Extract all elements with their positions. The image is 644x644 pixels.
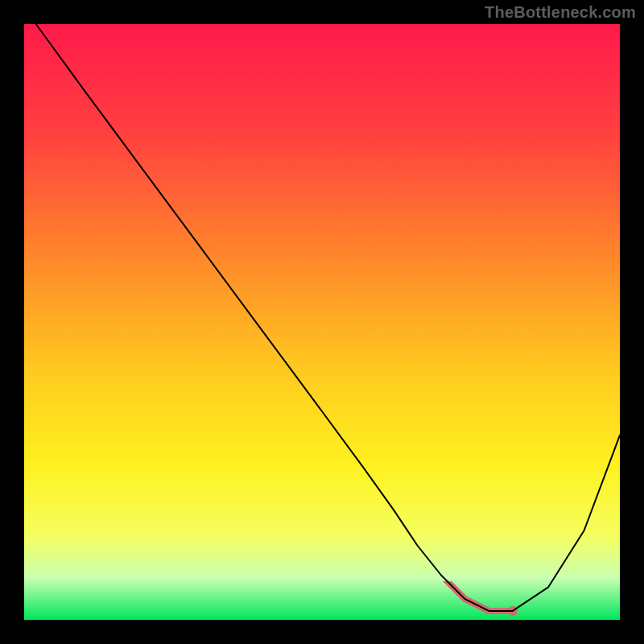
gradient-background: [24, 24, 620, 620]
chart-svg: [0, 0, 644, 644]
chart-stage: TheBottleneck.com: [0, 0, 644, 644]
watermark-label: TheBottleneck.com: [485, 3, 636, 22]
